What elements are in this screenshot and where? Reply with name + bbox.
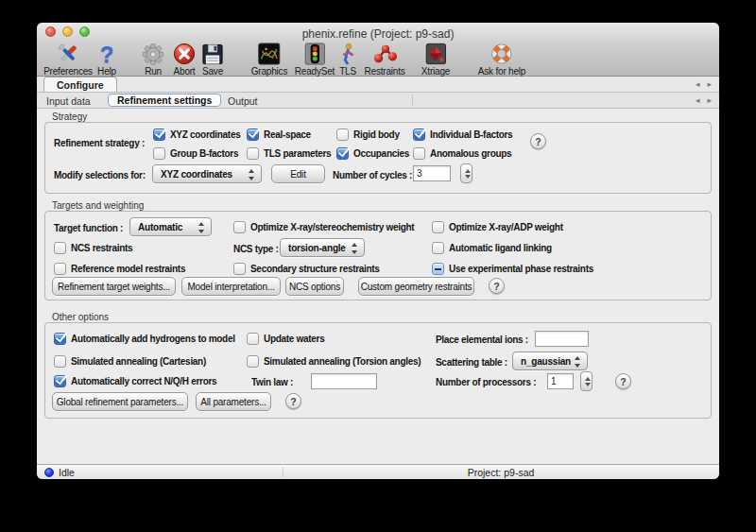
save-floppy-icon <box>202 43 224 65</box>
checkbox-box <box>233 263 246 275</box>
number-of-processors-field[interactable]: 1 <box>547 373 574 389</box>
toolbar-label: Run <box>143 66 164 77</box>
checkbox-occupancies[interactable]: Occupancies <box>336 146 409 160</box>
ncs-options-button[interactable]: NCS options <box>285 277 344 296</box>
checkbox-group-b-factors[interactable]: Group B-factors <box>153 146 238 160</box>
tab-scroll-right-icon[interactable]: ▸ <box>707 95 712 105</box>
checkbox-box <box>54 333 66 345</box>
checkbox-use-experimental-phase-restraints[interactable]: Use experimental phase restraints <box>432 262 593 275</box>
edit-button[interactable]: Edit <box>271 164 325 183</box>
target-function-label: Target function : <box>54 223 123 233</box>
checkbox-box <box>153 129 165 141</box>
toolbar-button-tls[interactable]: TLS <box>339 43 357 77</box>
dropdown-arrows-icon <box>198 222 205 233</box>
scattering-table-label: Scattering table : <box>436 357 507 368</box>
toolbar-button-xtriage[interactable]: Xtriage <box>421 43 450 77</box>
scattering-table-dropdown[interactable]: n_gaussian <box>512 352 588 370</box>
xtriage-crystal-icon <box>421 43 450 65</box>
toolbar-label: Abort <box>173 66 196 77</box>
checkbox-automatically-correct-nqh[interactable]: Automatically correct N/Q/H errors <box>54 374 216 387</box>
toolbar-button-abort[interactable]: Abort <box>173 43 196 77</box>
toolbar-button-save[interactable]: Save <box>202 43 224 77</box>
toolbar-button-readyset[interactable]: ReadySet <box>295 43 335 77</box>
help-question-icon: ? <box>97 43 116 65</box>
checkbox-update-waters[interactable]: Update waters <box>247 332 324 345</box>
processors-help-button[interactable]: ? <box>615 373 631 389</box>
tab-scroll-right-icon[interactable]: ▸ <box>707 79 712 89</box>
checkbox-box <box>54 242 66 254</box>
abort-stop-icon <box>173 43 196 65</box>
tab-refinement-settings[interactable]: Refinement settings <box>108 94 221 107</box>
checkbox-optimize-xray-adp[interactable]: Optimize X-ray/ADP weight <box>432 220 563 233</box>
checkbox-box <box>432 242 444 254</box>
toolbar-label: ReadySet <box>295 66 335 77</box>
checkbox-anomalous-groups[interactable]: Anomalous groups <box>413 146 511 160</box>
modify-selections-dropdown[interactable]: XYZ coordinates <box>152 164 262 183</box>
tab-scroll-arrows: ◂ ▸ <box>696 77 712 92</box>
dropdown-value: torsion-angle <box>288 243 346 253</box>
checkbox-box <box>247 129 259 141</box>
desktop-background: phenix.refine (Project: p9-sad) Preferen… <box>0 0 756 532</box>
molecule-icon <box>364 43 404 65</box>
life-ring-icon <box>478 43 525 65</box>
dropdown-arrows-icon <box>352 243 358 254</box>
target-function-dropdown[interactable]: Automatic <box>129 217 212 236</box>
title-bar[interactable]: phenix.refine (Project: p9-sad) <box>37 23 719 43</box>
checkbox-rigid-body[interactable]: Rigid body <box>336 128 400 141</box>
checkbox-optimize-xray-stereochemistry[interactable]: Optimize X-ray/stereochemistry weight <box>233 220 414 233</box>
tab-output[interactable]: Output <box>228 95 258 107</box>
toolbar-button-preferences[interactable]: Preferences <box>43 43 93 77</box>
ncs-type-dropdown[interactable]: torsion-angle <box>280 238 365 257</box>
checkbox-box <box>153 147 165 160</box>
checkbox-box <box>413 147 425 160</box>
targets-help-button[interactable]: ? <box>489 278 505 294</box>
number-of-processors-stepper[interactable] <box>580 371 593 391</box>
toolbar-button-restraints[interactable]: Restraints <box>364 43 404 77</box>
all-parameters-button[interactable]: All parameters... <box>196 392 271 411</box>
toolbar-button-run[interactable]: Run <box>143 43 164 77</box>
twin-law-field[interactable] <box>311 373 377 389</box>
other-help-button[interactable]: ? <box>285 393 301 409</box>
toolbar-label: Restraints <box>364 66 404 77</box>
toolbar-button-graphics[interactable]: Graphics <box>251 43 287 77</box>
modify-selections-label: Modify selections for: <box>54 170 146 180</box>
checkbox-simulated-annealing-cartesian[interactable]: Simulated annealing (Cartesian) <box>54 354 206 368</box>
tab-input-data[interactable]: Input data <box>46 95 91 107</box>
strategy-help-button[interactable]: ? <box>530 133 546 149</box>
project-label: Project: p9-sad <box>283 467 719 478</box>
checkbox-automatic-ligand-linking[interactable]: Automatic ligand linking <box>432 241 552 254</box>
checkbox-box <box>247 355 259 368</box>
place-elemental-ions-label: Place elemental ions : <box>436 335 528 345</box>
checkbox-xyz-coordinates[interactable]: XYZ coordinates <box>153 128 240 141</box>
checkbox-reference-model-restraints[interactable]: Reference model restraints <box>54 262 185 275</box>
checkbox-simulated-annealing-torsion[interactable]: Simulated annealing (Torsion angles) <box>247 354 421 368</box>
model-interpretation-button[interactable]: Model interpretation... <box>181 277 281 296</box>
toolbar-button-help[interactable]: ? Help <box>97 43 116 77</box>
global-refinement-parameters-button[interactable]: Global refinement parameters... <box>52 392 188 411</box>
toolbar-button-ask-for-help[interactable]: Ask for help <box>478 43 525 77</box>
checkbox-box <box>54 355 66 368</box>
checkbox-ncs-restraints[interactable]: NCS restraints <box>54 241 132 254</box>
notebook-tabbar: Configure ◂ ▸ <box>37 77 719 93</box>
toolbar-label: Save <box>202 66 224 77</box>
group-label-targets: Targets and weighting <box>52 200 144 211</box>
toolbar-label: Graphics <box>251 66 287 77</box>
checkbox-individual-b-factors[interactable]: Individual B-factors <box>413 128 512 141</box>
place-elemental-ions-field[interactable] <box>535 331 589 347</box>
number-of-cycles-field[interactable]: 3 <box>413 165 451 181</box>
dropdown-arrows-icon <box>249 169 255 180</box>
toolbar: Preferences ? Help Run <box>37 43 719 77</box>
number-of-cycles-stepper[interactable] <box>460 163 472 183</box>
checkbox-real-space[interactable]: Real-space <box>247 128 311 141</box>
tab-configure[interactable]: Configure <box>43 77 117 92</box>
checkbox-box <box>247 333 259 345</box>
checkbox-automatically-add-hydrogens[interactable]: Automatically add hydrogens to model <box>54 332 235 345</box>
refinement-target-weights-button[interactable]: Refinement target weights... <box>52 277 176 296</box>
custom-geometry-restraints-button[interactable]: Custom geometry restraints <box>358 277 474 296</box>
tab-scroll-left-icon[interactable]: ◂ <box>696 79 700 89</box>
checkbox-tls-parameters[interactable]: TLS parameters <box>247 146 331 160</box>
checkbox-secondary-structure-restraints[interactable]: Secondary structure restraints <box>233 262 380 275</box>
traffic-light-icon <box>295 43 335 65</box>
toolbar-label: Xtriage <box>421 66 450 77</box>
tab-scroll-left-icon[interactable]: ◂ <box>696 95 700 105</box>
